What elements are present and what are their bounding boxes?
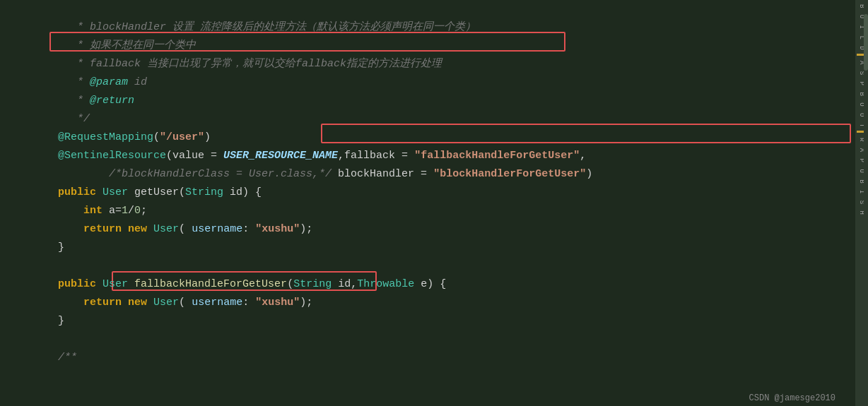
code-line: return new User( username: "xushu"); <box>7 275 855 294</box>
right-sidebar: B U I L D A S P B O O T R A P U B I S H <box>855 0 868 406</box>
code-line: } <box>7 220 855 239</box>
code-line <box>7 239 855 257</box>
editor-container: * blockHandler 设置 流控降级后的处理方法（默认该方法必须声明在同… <box>0 0 868 406</box>
code-line: * fallback 当接口出现了异常，就可以交给fallback指定的方法进行… <box>7 37 855 55</box>
code-line: return new User( username: "xushu"); <box>7 202 855 220</box>
code-area[interactable]: * blockHandler 设置 流控降级后的处理方法（默认该方法必须声明在同… <box>0 0 855 406</box>
code-line: */ <box>7 92 855 110</box>
code-line: @RequestMapping("/user") <box>7 110 855 129</box>
code-line: int a=1/0; <box>7 184 855 202</box>
bottom-bar: CSDN @jamesge2010 <box>744 390 841 406</box>
code-line: @SentinelResource(value = USER_RESOURCE_… <box>7 129 855 147</box>
code-line: * blockHandler 设置 流控降级后的处理方法（默认该方法必须声明在同… <box>7 0 855 18</box>
code-line: * 如果不想在同一个类中 <box>7 18 855 37</box>
code-line: * @return <box>7 73 855 92</box>
code-line: * @param id <box>7 55 855 73</box>
code-line: public User getUser(String id) { <box>7 165 855 184</box>
code-line: } <box>7 294 855 312</box>
code-line: /*blockHandlerClass = User.class,*/ bloc… <box>7 147 855 165</box>
scrollbar-track[interactable] <box>864 0 868 406</box>
code-line: public User fallbackHandleForGetUser(Str… <box>7 257 855 275</box>
code-line <box>7 312 855 330</box>
scrollbar-thumb[interactable] <box>864 14 868 71</box>
code-area-inner: * blockHandler 设置 流控降级后的处理方法（默认该方法必须声明在同… <box>7 0 855 349</box>
code-line: /** <box>7 330 855 349</box>
bottom-bar-text: CSDN @jamesge2010 <box>749 393 835 403</box>
